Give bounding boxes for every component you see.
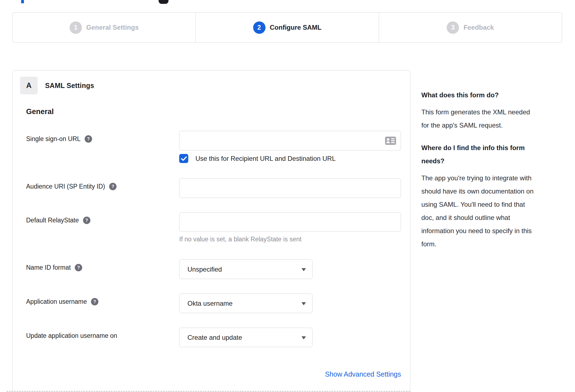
show-advanced-settings-link[interactable]: Show Advanced Settings: [325, 370, 401, 378]
single-sign-on-url-input[interactable]: [179, 131, 401, 150]
help-icon[interactable]: ?: [91, 298, 98, 305]
chevron-down-icon: [302, 268, 306, 271]
audience-uri-input[interactable]: [179, 178, 401, 198]
field-label-wrap: Update application username on: [26, 328, 179, 339]
name-id-format-value: Unspecified: [187, 266, 222, 273]
chevron-down-icon: [302, 336, 306, 339]
step-label: Feedback: [463, 24, 494, 31]
recipient-url-checkbox-row: Use this for Recipient URL and Destinati…: [179, 154, 401, 163]
field-name-id-format: Name ID format ? Unspecified: [26, 260, 401, 279]
default-relaystate-label: Default RelayState: [26, 217, 79, 224]
panel-header: A SAML Settings: [20, 77, 401, 94]
field-label-wrap: Application username ?: [26, 294, 179, 305]
update-application-username-label: Update application username on: [26, 332, 117, 339]
step-general-settings[interactable]: 1 General Settings: [13, 13, 195, 42]
application-username-value: Okta username: [187, 300, 233, 307]
update-application-username-select[interactable]: Create and update: [179, 328, 313, 347]
saml-settings-panel: A SAML Settings General Single sign-on U…: [12, 70, 410, 392]
name-id-format-label: Name ID format: [26, 264, 71, 271]
field-audience-uri: Audience URI (SP Entity ID) ?: [26, 178, 401, 198]
field-label-wrap: Single sign-on URL ?: [26, 131, 179, 143]
field-application-username: Application username ? Okta username: [26, 294, 401, 313]
field-label-wrap: Audience URI (SP Entity ID) ?: [26, 178, 179, 190]
sidebar-question-1: What does this form do?: [421, 89, 570, 102]
advanced-settings-row: Show Advanced Settings: [26, 370, 401, 378]
chevron-down-icon: [302, 302, 306, 305]
sidebar-answer-2: The app you're trying to integrate withs…: [421, 172, 570, 251]
field-single-sign-on-url: Single sign-on URL ?: [26, 131, 401, 163]
cut-off-logo-fragment: [21, 0, 24, 3]
field-label-wrap: Name ID format ?: [26, 260, 179, 271]
update-application-username-value: Create and update: [187, 334, 242, 341]
section-a-badge: A: [20, 77, 38, 94]
step-feedback[interactable]: 3 Feedback: [379, 13, 562, 42]
step-number-badge: 3: [447, 21, 459, 34]
audience-uri-label: Audience URI (SP Entity ID): [26, 183, 105, 190]
help-icon[interactable]: ?: [109, 183, 117, 190]
sidebar-question-2: Where do I find the info this formneeds?: [421, 141, 570, 168]
general-section-heading: General: [26, 107, 401, 116]
contact-card-icon: [385, 136, 396, 145]
name-id-format-select[interactable]: Unspecified: [179, 260, 313, 279]
application-username-label: Application username: [26, 298, 87, 305]
relaystate-hint: If no value is set, a blank RelayState i…: [179, 235, 401, 243]
field-label-wrap: Default RelayState ?: [26, 212, 179, 224]
panel-title: SAML Settings: [45, 82, 94, 90]
help-sidebar: What does this form do? This form genera…: [421, 89, 570, 251]
saml-form: General Single sign-on URL ?: [26, 107, 401, 378]
recipient-url-checkbox[interactable]: [179, 154, 188, 163]
help-icon[interactable]: ?: [85, 135, 92, 143]
cut-off-icon-fragment: [159, 0, 168, 4]
field-update-application-username: Update application username on Create an…: [26, 328, 401, 347]
application-username-select[interactable]: Okta username: [179, 294, 313, 313]
check-icon: [181, 156, 187, 161]
step-number-badge: 1: [70, 21, 82, 34]
single-sign-on-url-label: Single sign-on URL: [26, 135, 81, 143]
step-configure-saml[interactable]: 2 Configure SAML: [195, 13, 378, 42]
help-icon[interactable]: ?: [75, 264, 82, 271]
recipient-url-checkbox-label: Use this for Recipient URL and Destinati…: [195, 155, 336, 162]
default-relaystate-input[interactable]: [179, 212, 401, 232]
step-label: General Settings: [86, 24, 139, 31]
wizard-stepper: 1 General Settings 2 Configure SAML 3 Fe…: [12, 12, 562, 43]
dashed-section-divider: [7, 391, 410, 392]
step-label: Configure SAML: [270, 24, 322, 31]
help-icon[interactable]: ?: [83, 217, 90, 224]
field-default-relaystate: Default RelayState ? If no value is set,…: [26, 212, 401, 243]
sidebar-answer-1: This form generates the XML neededfor th…: [421, 106, 570, 132]
step-number-badge: 2: [253, 21, 266, 34]
